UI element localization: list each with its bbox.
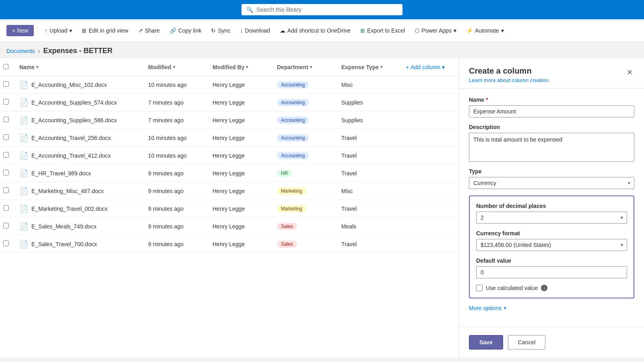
table-row[interactable]: 📄 E_Marketing_Misc_487.docx 9 minutes ag…	[0, 182, 459, 200]
row-checkbox[interactable]	[3, 99, 19, 106]
add-col-chevron: ▾	[442, 64, 445, 70]
department-sort-button[interactable]: Department ▾	[277, 64, 312, 70]
row-checkbox[interactable]	[3, 117, 19, 123]
info-icon[interactable]: i	[541, 285, 547, 291]
file-name-cell: 📄 E_Accounting_Supplies_586.docx	[19, 116, 148, 125]
calculated-value-checkbox[interactable]	[476, 285, 483, 291]
expense-type-cell: Supplies	[341, 99, 406, 106]
table-row[interactable]: 📄 E_Sales_Meals_749.docx 9 minutes ago H…	[0, 218, 459, 235]
department-badge: Marketing	[277, 187, 306, 195]
word-file-icon: 📄	[19, 187, 28, 195]
share-button[interactable]: ↗ Share	[134, 25, 164, 36]
word-file-icon: 📄	[19, 169, 28, 178]
department-cell: Sales	[277, 241, 341, 248]
expense-type-label: Expense Type	[341, 64, 379, 70]
modified-by-sort-button[interactable]: Modified By ▾	[213, 64, 248, 70]
modified-by-cell: Henry Legge	[213, 170, 277, 177]
required-indicator: *	[486, 97, 488, 103]
modified-label: Modified	[148, 64, 171, 70]
row-checkbox[interactable]	[3, 187, 19, 194]
panel-close-button[interactable]: ✕	[625, 66, 634, 78]
grid-icon: ⊞	[82, 27, 87, 34]
file-name-cell: 📄 E_Accounting_Supplies_574.docx	[19, 98, 148, 107]
row-checkbox[interactable]	[3, 170, 19, 177]
file-name: E_Accounting_Travel_412.docx	[31, 152, 111, 159]
expense-type-cell: Travel	[341, 206, 406, 212]
department-badge: HR	[277, 170, 292, 177]
description-textarea[interactable]: This is total amount to be expensed	[469, 133, 634, 162]
expense-type-sort-button[interactable]: Expense Type ▾	[341, 64, 382, 70]
download-button[interactable]: ↓ Download	[236, 25, 274, 36]
decimal-places-label: Number of decimal places	[476, 203, 627, 209]
file-name-cell: 📄 E_Marketing_Misc_487.docx	[19, 187, 148, 195]
table-row[interactable]: 📄 E_Accounting_Travel_412.docx 10 minute…	[0, 147, 459, 165]
name-sort-button[interactable]: Name ▾	[19, 64, 38, 70]
copy-link-button[interactable]: 🔗 Copy link	[165, 25, 206, 36]
row-checkbox[interactable]	[3, 134, 19, 141]
row-checkbox[interactable]	[3, 223, 19, 230]
more-options-button[interactable]: More options ▾	[469, 305, 634, 311]
table-row[interactable]: 📄 E_Accounting_Supplies_586.docx 7 minut…	[0, 111, 459, 129]
default-value-input[interactable]	[476, 266, 627, 278]
table-row[interactable]: 📄 E_Sales_Travel_700.docx 9 minutes ago …	[0, 235, 459, 253]
file-name-cell: 📄 E_Accounting_Misc_102.docx	[19, 80, 148, 89]
sync-button[interactable]: ↻ Sync	[207, 25, 234, 36]
select-all-checkbox[interactable]	[3, 64, 8, 69]
row-checkbox[interactable]	[3, 152, 19, 159]
department-cell: Accounting	[277, 152, 341, 159]
row-checkbox[interactable]	[3, 81, 19, 88]
search-bar[interactable]: 🔍 Search this library	[242, 4, 402, 15]
more-options-chevron: ▾	[504, 305, 506, 311]
modified-cell: 9 minutes ago	[148, 188, 213, 194]
add-column-button[interactable]: + Add column ▾	[406, 64, 445, 70]
export-excel-button[interactable]: ⊞ Export to Excel	[356, 25, 409, 36]
panel-header: Create a column Learn more about column …	[459, 58, 644, 88]
more-options-label: More options	[469, 305, 502, 311]
row-checkbox[interactable]	[3, 205, 19, 212]
sort-icon: ▾	[36, 65, 38, 69]
currency-format-select[interactable]: $123,456.00 (United States) €123,456.00 …	[476, 239, 627, 251]
power-apps-chevron: ▾	[454, 27, 456, 34]
type-select[interactable]: Currency Single line of text Multiple li…	[469, 177, 634, 189]
upload-button[interactable]: ↑ Upload ▾	[41, 25, 76, 36]
table-row[interactable]: 📄 E_HR_Travel_989.docx 9 minutes ago Hen…	[0, 165, 459, 182]
new-button[interactable]: + New	[6, 25, 34, 36]
add-column-header[interactable]: + Add column ▾	[406, 64, 459, 70]
edit-grid-button[interactable]: ⊞ Edit in grid view	[78, 25, 132, 36]
modified-cell: 10 minutes ago	[148, 152, 213, 159]
breadcrumb-separator: ›	[38, 48, 40, 54]
type-select-wrapper: Currency Single line of text Multiple li…	[469, 177, 634, 189]
word-file-icon: 📄	[19, 98, 28, 107]
panel-subtitle-link[interactable]: Learn more about column creation.	[469, 77, 550, 83]
power-apps-button[interactable]: ⬡ Power Apps ▾	[411, 25, 460, 36]
modified-cell: 7 minutes ago	[148, 99, 213, 106]
automate-button[interactable]: ⚡ Automate ▾	[462, 25, 508, 36]
table-row[interactable]: 📄 E_Accounting_Misc_102.docx 10 minutes …	[0, 76, 459, 94]
decimal-select[interactable]: 0 1 2 3 4 5	[476, 212, 627, 224]
save-button[interactable]: Save	[469, 335, 503, 350]
calculated-value-label: Use calculated value	[486, 285, 538, 291]
breadcrumb-current: Expenses - BETTER	[43, 47, 112, 55]
expense-type-cell: Travel	[341, 170, 406, 177]
department-cell: Accounting	[277, 134, 341, 142]
name-input[interactable]	[469, 105, 634, 117]
modified-sort-button[interactable]: Modified ▾	[148, 64, 175, 70]
department-badge: Accounting	[277, 81, 309, 88]
table-row[interactable]: 📄 E_Marketing_Travel_002.docx 9 minutes …	[0, 200, 459, 218]
default-value-label: Default value	[476, 257, 627, 264]
separator-1	[37, 26, 37, 35]
breadcrumb-parent[interactable]: Documents	[6, 48, 35, 54]
department-badge: Accounting	[277, 117, 309, 124]
modified-by-label: Modified By	[213, 64, 244, 70]
row-checkbox[interactable]	[3, 241, 19, 247]
add-shortcut-button[interactable]: ☁ Add shortcut to OneDrive	[276, 25, 355, 36]
currency-format-select-wrapper: $123,456.00 (United States) €123,456.00 …	[476, 239, 627, 251]
department-col-header: Department ▾	[277, 64, 341, 70]
cancel-button[interactable]: Cancel	[508, 335, 546, 350]
file-name: E_Accounting_Supplies_574.docx	[31, 99, 117, 106]
checkbox-col	[3, 64, 19, 70]
table-row[interactable]: 📄 E_Accounting_Travel_256.docx 10 minute…	[0, 129, 459, 147]
department-cell: HR	[277, 170, 341, 177]
expense-type-cell: Supplies	[341, 117, 406, 123]
table-row[interactable]: 📄 E_Accounting_Supplies_574.docx 7 minut…	[0, 94, 459, 111]
